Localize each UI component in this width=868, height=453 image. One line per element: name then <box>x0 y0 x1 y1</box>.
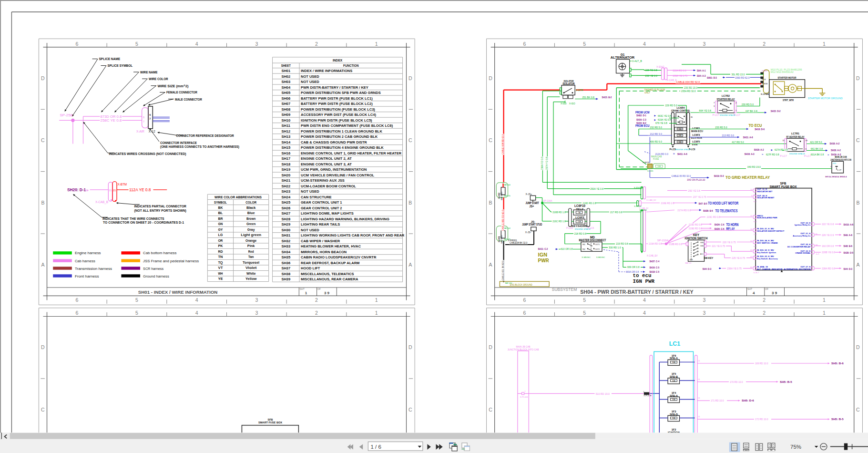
svg-text:421 OR 5.0: 421 OR 5.0 <box>810 141 822 144</box>
svg-text:C: C <box>408 407 412 412</box>
svg-text:SH26: SH26 <box>281 206 290 210</box>
svg-text:P-LC7: P-LC7 <box>804 154 811 157</box>
svg-text:X-ENG: X-ENG <box>634 187 641 189</box>
svg-text:SH9: A-6: SH9: A-6 <box>844 233 853 237</box>
svg-text:ENGINE SPACE: ENGINE SPACE <box>720 114 735 116</box>
svg-text:A: A <box>41 262 44 268</box>
svg-text:30A: 30A <box>672 417 675 419</box>
svg-text:▶: ▶ <box>654 119 656 121</box>
svg-text:CABIN RADIO LOUDSPEAKER/12V CN: CABIN RADIO LOUDSPEAKER/12V CNVRTR <box>301 255 377 259</box>
svg-text:X-MDISC: X-MDISC <box>582 256 591 258</box>
svg-text:»: » <box>762 153 764 155</box>
svg-text:BATTERY PWR DISTR (FUSE BLOCK: BATTERY PWR DISTR (FUSE BLOCK LC2) <box>301 102 373 106</box>
svg-text:4: 4 <box>643 297 646 303</box>
svg-text:Green: Green <box>246 222 256 226</box>
svg-text:ENGINE SPACE: ENGINE SPACE <box>575 228 591 230</box>
svg-text:216C RD 1.0: 216C RD 1.0 <box>552 220 565 223</box>
svg-text:86: 86 <box>691 116 693 118</box>
svg-text:ENG BLOCK GROUND: ENG BLOCK GROUND <box>510 283 532 286</box>
svg-text:POWER DISTRIBUTION SFB PWR AND: POWER DISTRIBUTION SFB PWR AND GRNDS <box>301 91 381 95</box>
svg-text:160 OR 0.8: 160 OR 0.8 <box>822 245 834 247</box>
svg-text:»: » <box>673 152 675 155</box>
svg-text:11: 11 <box>783 139 785 142</box>
svg-text:SFB-B: SFB-B <box>670 375 678 378</box>
svg-text:CABLE08 BK 32.0: CABLE08 BK 32.0 <box>510 241 527 244</box>
svg-text:228 RD 0.8: 228 RD 0.8 <box>645 69 658 72</box>
svg-text:MISCELLANOUS, TELEMATICS: MISCELLANOUS, TELEMATICS <box>301 272 354 276</box>
svg-text:WIRE COLOR: WIRE COLOR <box>149 77 168 81</box>
svg-text:510 RD 19.0: 510 RD 19.0 <box>596 392 610 395</box>
svg-text:SH01: SH01 <box>281 69 290 73</box>
svg-text:SH8: B-6: SH8: B-6 <box>844 244 853 247</box>
svg-text:232 RD 5.0: 232 RD 5.0 <box>650 126 662 129</box>
svg-text:X-003: X-003 <box>561 103 567 105</box>
svg-text:X-CAB_B: X-CAB_B <box>95 200 108 204</box>
svg-text:679 YE 0.8: 679 YE 0.8 <box>655 122 667 124</box>
svg-text:A: A <box>489 262 492 268</box>
svg-text:6: 6 <box>143 116 144 119</box>
svg-text:30A: 30A <box>678 134 682 136</box>
svg-text:X-04: X-04 <box>762 78 766 81</box>
svg-text:SMART FUSE BOX: SMART FUSE BOX <box>769 185 797 188</box>
svg-text:»: » <box>86 187 89 193</box>
svg-text:TO ECU: TO ECU <box>748 123 762 128</box>
svg-text:Accesory Relay 2+: Accesory Relay 2+ <box>793 235 811 237</box>
svg-text:X-AIR: X-AIR <box>136 130 144 133</box>
svg-text:SH04 - PWR DISTR-BATTERY / STA: SH04 - PWR DISTR-BATTERY / STARTER / KEY <box>580 289 693 295</box>
svg-text:D: D <box>408 75 412 81</box>
svg-text:SH16: A-2: SH16: A-2 <box>830 142 840 145</box>
svg-text:SH05: SH05 <box>281 91 290 95</box>
svg-text:WH: WH <box>218 271 223 276</box>
svg-text:X-MCFL: X-MCFL <box>643 161 650 164</box>
svg-text:STARTER RELAY: STARTER RELAY <box>717 97 735 101</box>
svg-text:30A: 30A <box>672 361 675 363</box>
svg-text:NOT USED: NOT USED <box>301 80 319 84</box>
svg-text:BAT-004: BAT-004 <box>504 184 511 186</box>
svg-text:SH38: B-6: SH38: B-6 <box>703 209 713 212</box>
svg-text:9: 9 <box>806 148 807 150</box>
svg-text:663C YE 0.8: 663C YE 0.8 <box>658 114 671 117</box>
svg-text:MAIN JB CAB: MAIN JB CAB <box>516 346 530 348</box>
svg-text:218 RD 0.8: 218 RD 0.8 <box>574 232 587 235</box>
svg-text:MASTER DISCONNECT: MASTER DISCONNECT <box>579 238 606 242</box>
svg-text:CAB WIPER / WASHER: CAB WIPER / WASHER <box>301 239 340 243</box>
svg-text:4: 4 <box>735 102 737 104</box>
svg-text:5: 5 <box>583 310 586 316</box>
svg-text:2: 2 <box>315 310 318 316</box>
svg-text:SH16: C-3: SH16: C-3 <box>636 118 646 121</box>
svg-text:21: 21 <box>113 189 116 192</box>
svg-text:661 BK 0.8: 661 BK 0.8 <box>811 147 823 150</box>
svg-text:P-LC7: P-LC7 <box>713 113 719 116</box>
svg-text:LC6F2: LC6F2 <box>575 216 584 219</box>
svg-text:50A: 50A <box>657 165 661 167</box>
svg-text:SH38: SH38 <box>281 272 290 276</box>
svg-text:75%: 75% <box>790 444 801 450</box>
svg-text:SH5: D-6: SH5: D-6 <box>742 399 754 402</box>
svg-text:IGN: IGN <box>538 252 548 257</box>
svg-text:b+6: b+6 <box>754 246 756 247</box>
svg-text:SH5: B-5: SH5: B-5 <box>780 380 792 383</box>
svg-text:b+4: b+4 <box>754 221 756 223</box>
svg-text:b+7: b+7 <box>756 272 759 274</box>
svg-text:01: 01 <box>698 397 700 399</box>
svg-text:10A: 10A <box>578 221 581 223</box>
svg-text:D: D <box>856 344 860 350</box>
svg-text:226 YE 0.9: 226 YE 0.9 <box>822 234 834 237</box>
svg-text:Engine harness: Engine harness <box>75 251 101 255</box>
svg-text:6: 6 <box>75 297 78 303</box>
svg-text:OUT1: OUT1 <box>595 244 600 246</box>
svg-text:SH04: SH04 <box>281 85 291 90</box>
svg-text:LG: LG <box>218 233 223 237</box>
svg-text:FUNCTION: FUNCTION <box>343 63 359 68</box>
svg-text:X-PL10B: X-PL10B <box>643 394 651 397</box>
svg-text:GN: GN <box>218 222 223 226</box>
svg-text:3: 3 <box>703 41 706 47</box>
svg-text:SH17: SH17 <box>281 156 290 161</box>
svg-text:SP-258: SP-258 <box>60 113 73 117</box>
svg-text:250 YE 0.8: 250 YE 0.8 <box>688 189 701 192</box>
svg-text:SH16: D-6: SH16: D-6 <box>755 128 765 131</box>
svg-text:SH28: SH28 <box>281 217 290 221</box>
svg-text:7A: 7A <box>578 212 581 214</box>
svg-text:b+7: b+7 <box>754 201 756 203</box>
svg-text:PK: PK <box>218 244 223 248</box>
